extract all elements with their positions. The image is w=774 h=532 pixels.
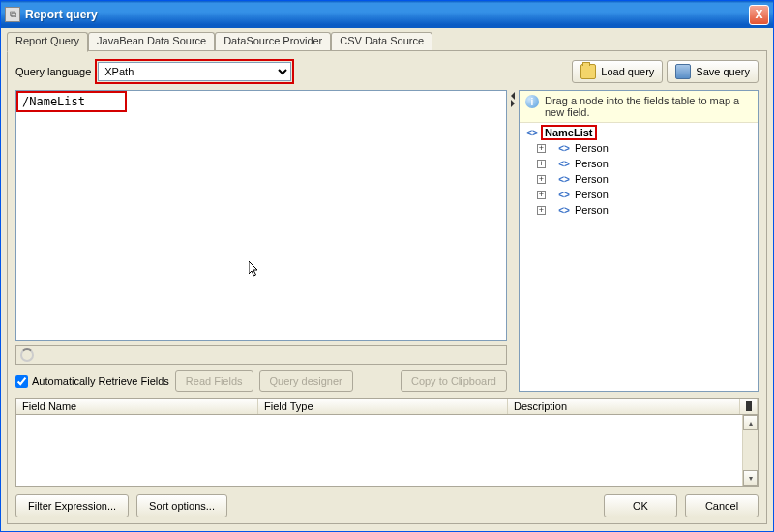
copy-clipboard-button[interactable]: Copy to Clipboard xyxy=(401,370,507,392)
query-lang-row: Query language XPath Load query Save que… xyxy=(15,59,759,84)
tag-icon: <> xyxy=(557,173,571,185)
hint-text: Drag a node into the fields table to map… xyxy=(545,95,752,118)
tree-node-child[interactable]: + <> Person xyxy=(523,202,754,218)
tree-node-label: Person xyxy=(573,142,610,154)
sort-options-button[interactable]: Sort options... xyxy=(136,494,227,517)
query-text: /NameList xyxy=(18,93,504,110)
load-query-label: Load query xyxy=(601,66,654,77)
fields-table-body[interactable]: ▴ ▾ xyxy=(15,415,759,487)
scroll-up-icon[interactable]: ▴ xyxy=(743,415,758,430)
fields-table-header: Field Name Field Type Description xyxy=(15,398,759,415)
expand-icon[interactable]: + xyxy=(537,191,546,199)
filter-expression-button[interactable]: Filter Expression... xyxy=(15,494,129,517)
tag-icon: <> xyxy=(557,158,571,169)
expand-icon[interactable]: + xyxy=(537,144,546,153)
tag-icon: <> xyxy=(525,127,539,138)
tree-node-child[interactable]: + <> Person xyxy=(523,171,754,187)
tree-node-child[interactable]: + <> Person xyxy=(523,156,754,171)
query-language-select[interactable]: XPath xyxy=(98,62,291,81)
save-query-button[interactable]: Save query xyxy=(667,60,759,83)
col-config-button[interactable] xyxy=(740,399,758,414)
client-area: Report Query JavaBean Data Source DataSo… xyxy=(1,28,773,531)
tree-node-label: Person xyxy=(573,173,610,185)
tree-node-child[interactable]: + <> Person xyxy=(523,140,754,156)
window-title: Report query xyxy=(25,8,749,21)
query-status-bar xyxy=(15,345,507,365)
tree-node-label: Person xyxy=(573,189,610,200)
load-query-button[interactable]: Load query xyxy=(572,60,663,83)
chevron-left-icon xyxy=(511,92,515,100)
tab-csv[interactable]: CSV Data Source xyxy=(331,32,432,51)
tree-node-label: NameList xyxy=(541,125,597,140)
expand-icon[interactable]: + xyxy=(537,206,546,215)
col-field-name[interactable]: Field Name xyxy=(16,399,258,414)
middle-row: /NameList Automatically Retrieve Fields xyxy=(15,90,759,392)
titlebar[interactable]: ⧉ Report query X xyxy=(1,1,773,28)
query-controls-row: Automatically Retrieve Fields Read Field… xyxy=(15,370,507,392)
query-language-label: Query language xyxy=(15,66,91,77)
report-query-dialog: ⧉ Report query X Report Query JavaBean D… xyxy=(0,0,774,532)
tree-node-label: Person xyxy=(573,158,610,169)
ok-button[interactable]: OK xyxy=(604,494,677,517)
cancel-button[interactable]: Cancel xyxy=(685,494,759,517)
loading-spinner-icon xyxy=(20,348,34,362)
tab-panel: Query language XPath Load query Save que… xyxy=(7,50,767,524)
query-pane: /NameList Automatically Retrieve Fields xyxy=(15,90,507,392)
xml-tree[interactable]: <> NameList + <> Person + <> xyxy=(520,123,758,391)
col-description[interactable]: Description xyxy=(508,399,740,414)
query-language-highlight: XPath xyxy=(95,59,294,84)
tag-icon: <> xyxy=(557,204,571,216)
vertical-scrollbar[interactable]: ▴ ▾ xyxy=(742,415,758,486)
auto-retrieve-checkbox[interactable]: Automatically Retrieve Fields xyxy=(15,375,169,388)
save-query-label: Save query xyxy=(696,66,750,77)
info-icon: i xyxy=(525,95,539,108)
query-textarea[interactable]: /NameList xyxy=(15,90,507,341)
tab-report-query[interactable]: Report Query xyxy=(7,32,88,52)
tree-node-child[interactable]: + <> Person xyxy=(523,187,754,202)
expand-icon[interactable]: + xyxy=(537,175,546,184)
xml-tree-pane: i Drag a node into the fields table to m… xyxy=(519,90,759,392)
scroll-down-icon[interactable]: ▾ xyxy=(743,470,758,486)
tab-datasource-provider[interactable]: DataSource Provider xyxy=(215,32,331,51)
col-field-type[interactable]: Field Type xyxy=(258,399,508,414)
tab-javabean[interactable]: JavaBean Data Source xyxy=(88,32,215,51)
app-icon: ⧉ xyxy=(5,7,20,22)
read-fields-button[interactable]: Read Fields xyxy=(175,370,253,392)
query-designer-button[interactable]: Query designer xyxy=(259,370,353,392)
save-icon xyxy=(675,64,691,79)
dialog-buttons-row: Filter Expression... Sort options... OK … xyxy=(15,494,759,517)
tree-node-label: Person xyxy=(573,204,610,216)
columns-config-icon xyxy=(746,401,752,411)
tree-node-root[interactable]: <> NameList xyxy=(523,125,754,140)
expand-icon[interactable]: + xyxy=(537,160,546,168)
auto-retrieve-input[interactable] xyxy=(15,375,28,388)
splitter[interactable] xyxy=(509,90,517,392)
close-button[interactable]: X xyxy=(749,5,769,25)
chevron-right-icon xyxy=(511,100,515,107)
tab-bar: Report Query JavaBean Data Source DataSo… xyxy=(7,32,767,51)
hint-bar: i Drag a node into the fields table to m… xyxy=(520,91,758,123)
mouse-cursor-icon xyxy=(249,261,260,279)
tag-icon: <> xyxy=(557,142,571,154)
folder-open-icon xyxy=(580,64,596,79)
auto-retrieve-label: Automatically Retrieve Fields xyxy=(32,375,169,387)
tag-icon: <> xyxy=(557,189,571,200)
